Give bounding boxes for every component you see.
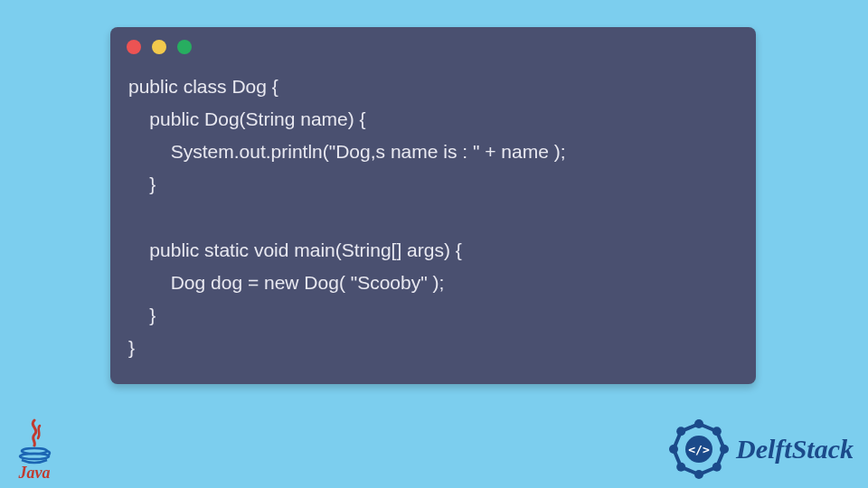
java-cup-icon <box>14 418 54 465</box>
delftstack-logo: </> DelftStack <box>667 418 854 481</box>
code-window: public class Dog { public Dog(String nam… <box>110 27 756 384</box>
delftstack-badge-icon: </> <box>667 418 731 481</box>
window-title-bar <box>110 27 756 67</box>
maximize-icon <box>177 40 192 54</box>
minimize-icon <box>152 40 166 54</box>
svg-text:</>: </> <box>688 443 710 456</box>
svg-point-1 <box>20 454 49 459</box>
close-icon <box>127 40 141 54</box>
java-logo-text: Java <box>19 464 51 483</box>
code-block: public class Dog { public Dog(String nam… <box>110 67 756 364</box>
delftstack-logo-text: DelftStack <box>736 434 854 465</box>
java-logo: Java <box>5 412 63 483</box>
